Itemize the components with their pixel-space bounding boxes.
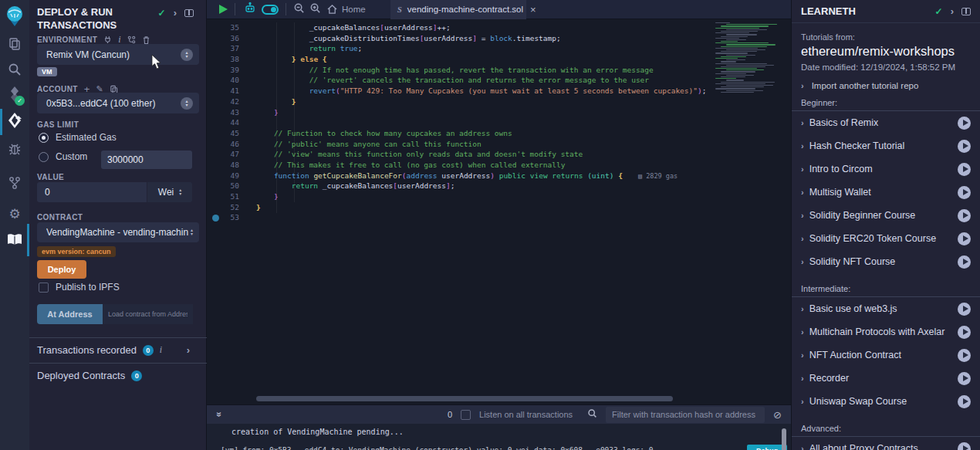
play-tutorial-button[interactable] <box>958 140 971 153</box>
listen-all-checkbox[interactable] <box>461 410 471 420</box>
line-number[interactable]: 41 <box>207 86 252 96</box>
unit-caret-icon: ▴▾ <box>179 188 181 196</box>
tutorial-item[interactable]: ›Intro to Circom <box>792 157 980 181</box>
panel-expand-icon[interactable]: › <box>174 9 177 17</box>
code-line: } <box>256 191 706 202</box>
run-script-icon[interactable] <box>219 5 228 14</box>
learneth-expand-icon[interactable]: › <box>951 8 954 15</box>
account-select[interactable]: 0x5B3...eddC4 (100 ether) ▴▾ <box>37 93 199 113</box>
line-number[interactable]: 46 <box>207 139 252 150</box>
tutorial-item[interactable]: ›Multichain Protocols with Axelar <box>792 320 980 343</box>
terminal-output[interactable]: creation of VendingMachine pending... [v… <box>207 424 791 450</box>
transactions-recorded-row[interactable]: Transactions recorded 0 i › <box>37 337 199 363</box>
collapse-terminal-icon[interactable]: « <box>213 412 224 418</box>
play-tutorial-button[interactable] <box>958 442 971 450</box>
breakpoint-dot[interactable] <box>212 215 219 222</box>
panel-pin-icon[interactable] <box>184 9 194 17</box>
play-tutorial-button[interactable] <box>958 349 971 362</box>
line-number[interactable]: 36 <box>207 33 252 44</box>
line-number[interactable]: 51 <box>207 191 252 202</box>
play-tutorial-button[interactable] <box>958 117 971 130</box>
value-unit-select[interactable]: Wei ▴▾ <box>147 182 192 202</box>
deploy-button[interactable]: Deploy <box>37 260 86 279</box>
custom-gas-input[interactable] <box>101 151 192 169</box>
settings-icon[interactable]: ⚙ <box>0 205 29 222</box>
minimap[interactable] <box>715 22 783 93</box>
tutorial-item[interactable]: ›Hash Checker Tutorial <box>792 134 980 157</box>
play-tutorial-button[interactable] <box>958 395 971 408</box>
contract-select[interactable]: VendingMachine - vending-machin ▴▾ <box>37 222 199 242</box>
pipeline-icon[interactable] <box>127 36 136 44</box>
debugger-icon[interactable] <box>0 140 29 157</box>
search-icon[interactable] <box>0 61 29 78</box>
ai-assistant-icon[interactable] <box>244 2 256 17</box>
line-number[interactable]: 47 <box>207 149 252 160</box>
learneth-book-icon[interactable] <box>0 229 29 251</box>
line-number[interactable]: 38 <box>207 54 252 65</box>
tutorial-item[interactable]: ›Uniswap Swap Course <box>792 390 980 413</box>
play-tutorial-button[interactable] <box>958 186 971 199</box>
close-tab-icon[interactable]: × <box>530 4 536 15</box>
play-tutorial-button[interactable] <box>958 326 971 339</box>
tutorial-item[interactable]: ›Solidity ERC20 Token Course <box>792 227 980 250</box>
tutorial-item[interactable]: ›All about Proxy Contracts <box>792 437 980 450</box>
transactions-expand-icon[interactable]: › <box>187 347 190 354</box>
play-tutorial-button[interactable] <box>958 372 971 385</box>
code-line: } else { <box>256 54 706 65</box>
fork-environment-icon[interactable] <box>103 36 112 44</box>
tutorial-item[interactable]: ›Solidity NFT Course <box>792 250 980 273</box>
clear-terminal-icon[interactable]: ⊘ <box>773 409 782 421</box>
line-number-gutter[interactable]: 35363738394041424344454647484950515253 <box>207 22 252 223</box>
at-address-button[interactable]: At Address <box>37 304 103 324</box>
publish-ipfs-checkbox[interactable] <box>39 283 49 293</box>
horizontal-scrollbar[interactable] <box>256 396 673 401</box>
copilot-toggle[interactable] <box>262 5 279 15</box>
line-number[interactable]: 48 <box>207 160 252 171</box>
play-tutorial-button[interactable] <box>958 209 971 222</box>
tutorial-item[interactable]: ›Solidity Beginner Course <box>792 204 980 227</box>
code-editor[interactable]: 35363738394041424344454647484950515253 _… <box>207 19 791 404</box>
at-address-input[interactable] <box>103 304 193 324</box>
line-number[interactable]: 52 <box>207 202 252 213</box>
trash-icon[interactable] <box>142 36 150 45</box>
learneth-pin-icon[interactable] <box>961 8 971 15</box>
line-number[interactable]: 44 <box>207 117 252 128</box>
line-number[interactable]: 37 <box>207 43 252 54</box>
estimated-gas-radio[interactable] <box>39 133 49 143</box>
play-tutorial-button[interactable] <box>958 232 971 245</box>
terminal-scrollbar[interactable] <box>782 428 786 450</box>
line-number[interactable]: 40 <box>207 75 252 86</box>
file-explorer-icon[interactable] <box>0 36 29 52</box>
tutorial-item[interactable]: ›NFT Auction Contract <box>792 343 980 367</box>
source-control-icon[interactable] <box>0 174 29 191</box>
play-tutorial-button[interactable] <box>958 303 971 316</box>
zoom-in-icon[interactable] <box>309 2 321 17</box>
home-tab[interactable]: Home <box>327 5 366 14</box>
import-tutorial-repo[interactable]: › Import another tutorial repo <box>801 81 971 90</box>
value-input[interactable] <box>37 182 147 202</box>
tab-vending-machine-contract[interactable]: S vending-machine-contract.sol × <box>390 0 526 19</box>
vm-badge: VM <box>37 67 57 76</box>
remix-logo-icon[interactable] <box>0 5 29 28</box>
environment-select[interactable]: Remix VM (Cancun) ▴▾ <box>37 44 199 65</box>
line-number[interactable]: 53 <box>207 212 252 223</box>
custom-gas-radio[interactable] <box>39 152 49 162</box>
line-number[interactable]: 50 <box>207 181 252 191</box>
line-number[interactable]: 35 <box>207 22 252 33</box>
play-tutorial-button[interactable] <box>958 255 971 269</box>
line-number[interactable]: 42 <box>207 96 252 107</box>
line-number[interactable]: 43 <box>207 107 252 118</box>
line-number[interactable]: 49 <box>207 171 252 181</box>
deploy-and-run-icon[interactable] <box>0 110 29 130</box>
tutorial-item[interactable]: ›Basic use of web3.js <box>792 297 980 320</box>
line-number[interactable]: 45 <box>207 128 252 139</box>
transactions-info-icon[interactable]: i <box>160 344 162 356</box>
tutorial-item[interactable]: ›Multisig Wallet <box>792 181 980 204</box>
zoom-out-icon[interactable] <box>293 2 305 17</box>
terminal-filter-input[interactable] <box>606 407 765 423</box>
tutorial-item[interactable]: ›Recorder <box>792 367 980 390</box>
tutorial-item[interactable]: ›Basics of Remix <box>792 111 980 134</box>
line-number[interactable]: 39 <box>207 65 252 76</box>
learneth-check-icon: ✓ <box>935 6 943 17</box>
play-tutorial-button[interactable] <box>958 163 971 176</box>
